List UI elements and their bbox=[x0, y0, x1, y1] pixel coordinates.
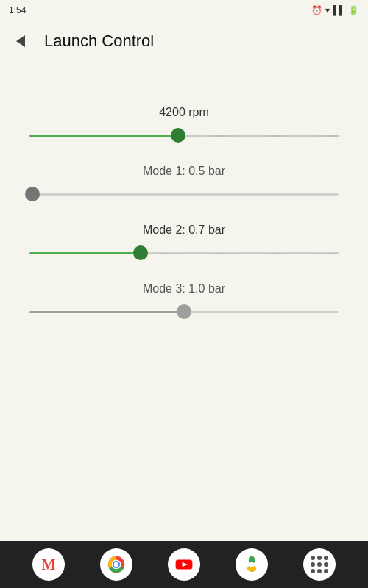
mode3-slider-track bbox=[29, 311, 339, 313]
svg-point-4 bbox=[114, 562, 119, 567]
back-button[interactable] bbox=[9, 29, 32, 53]
page-title: Launch Control bbox=[44, 32, 154, 51]
bottom-nav: M bbox=[0, 541, 368, 588]
mode3-slider-section: Mode 3: 1.0 bar bbox=[29, 282, 339, 320]
mode3-slider-fill bbox=[29, 311, 184, 313]
status-time: 1:54 bbox=[9, 5, 26, 15]
photos-icon bbox=[242, 555, 261, 574]
chrome-icon bbox=[107, 555, 126, 574]
svg-point-11 bbox=[250, 562, 255, 567]
nav-apps-button[interactable] bbox=[303, 548, 336, 581]
main-content: 4200 rpm Mode 1: 0.5 bar Mode 2: 0.7 bar bbox=[0, 62, 368, 320]
rpm-slider-section: 4200 rpm bbox=[29, 106, 339, 144]
mode1-slider-section: Mode 1: 0.5 bar bbox=[29, 165, 339, 203]
nav-chrome-button[interactable] bbox=[100, 548, 132, 581]
mode2-slider-track-container[interactable] bbox=[29, 244, 339, 262]
mode2-label: Mode 2: 0.7 bar bbox=[29, 223, 339, 237]
rpm-slider-dotted bbox=[178, 135, 339, 137]
mode1-slider-track bbox=[29, 193, 339, 196]
mode2-slider-thumb[interactable] bbox=[133, 245, 148, 260]
rpm-slider-track-container[interactable] bbox=[29, 126, 339, 144]
gmail-icon: M bbox=[42, 556, 56, 573]
mode3-slider-track-container[interactable] bbox=[29, 303, 339, 320]
battery-icon: 🔋 bbox=[348, 5, 359, 15]
mode2-slider-fill bbox=[29, 252, 141, 254]
signal-icon: ▌▌ bbox=[333, 5, 345, 15]
rpm-slider-track bbox=[29, 135, 339, 137]
top-bar: Launch Control bbox=[0, 21, 368, 62]
nav-gmail-button[interactable]: M bbox=[32, 548, 65, 581]
apps-grid-icon bbox=[311, 556, 328, 573]
nav-youtube-button[interactable] bbox=[168, 548, 200, 581]
rpm-slider-thumb[interactable] bbox=[171, 128, 185, 143]
mode3-label: Mode 3: 1.0 bar bbox=[29, 282, 339, 295]
wifi-icon: ▾ bbox=[325, 5, 330, 15]
rpm-label: 4200 rpm bbox=[29, 106, 339, 119]
status-bar: 1:54 ⏰ ▾ ▌▌ 🔋 bbox=[0, 0, 368, 21]
youtube-icon bbox=[174, 555, 194, 574]
mode2-slider-track bbox=[29, 252, 339, 254]
nav-photos-button[interactable] bbox=[236, 548, 268, 581]
mode1-slider-track-container[interactable] bbox=[29, 185, 339, 203]
back-arrow-icon bbox=[16, 35, 25, 47]
alarm-icon: ⏰ bbox=[311, 5, 322, 15]
mode1-slider-thumb[interactable] bbox=[25, 187, 40, 201]
mode1-label: Mode 1: 0.5 bar bbox=[29, 165, 339, 178]
mode2-slider-section: Mode 2: 0.7 bar bbox=[29, 223, 339, 262]
rpm-slider-fill bbox=[29, 135, 178, 137]
mode3-slider-thumb[interactable] bbox=[177, 304, 191, 319]
status-icons: ⏰ ▾ ▌▌ 🔋 bbox=[311, 5, 359, 15]
mode2-slider-dotted bbox=[141, 253, 339, 254]
